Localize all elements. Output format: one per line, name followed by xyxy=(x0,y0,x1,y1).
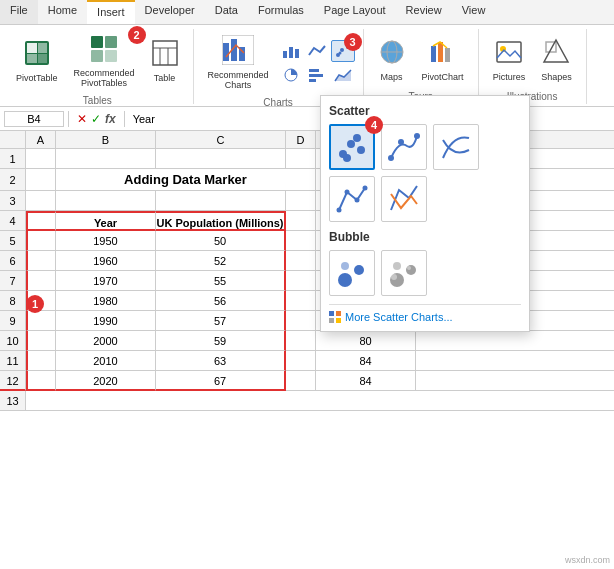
cell-a2[interactable] xyxy=(26,169,56,191)
cell-d11[interactable] xyxy=(286,351,316,371)
cell-d9[interactable] xyxy=(286,311,316,331)
scatter-option-straight-markers[interactable] xyxy=(329,176,375,222)
cell-e11[interactable]: 84 xyxy=(316,351,416,371)
row-13: 13 xyxy=(0,391,614,411)
cell-e10[interactable]: 80 xyxy=(316,331,416,351)
scatter-chart-button[interactable]: 3 xyxy=(331,40,355,62)
cell-b5[interactable]: 1950 xyxy=(56,231,156,251)
cell-a3[interactable] xyxy=(26,191,56,211)
cell-b9[interactable]: 1990 xyxy=(56,311,156,331)
cell-a12[interactable] xyxy=(26,371,56,391)
cell-a4[interactable] xyxy=(26,211,56,231)
cell-title[interactable]: Adding Data Marker xyxy=(56,169,316,191)
tab-view[interactable]: View xyxy=(452,0,496,24)
row-num-13: 13 xyxy=(0,391,26,411)
area-chart-icon xyxy=(334,67,352,83)
svg-rect-7 xyxy=(91,50,103,62)
cell-a11[interactable] xyxy=(26,351,56,371)
cell-b8[interactable]: 1980 xyxy=(56,291,156,311)
cell-c8[interactable]: 56 xyxy=(156,291,286,311)
cell-b7[interactable]: 1970 xyxy=(56,271,156,291)
cell-b6[interactable]: 1960 xyxy=(56,251,156,271)
svg-rect-27 xyxy=(309,79,316,82)
cell-d5[interactable] xyxy=(286,231,316,251)
maps-icon xyxy=(378,38,406,70)
cell-c12[interactable]: 67 xyxy=(156,371,286,391)
cell-a6[interactable] xyxy=(26,251,56,271)
bubble-option-3d[interactable] xyxy=(381,250,427,296)
pie-chart-button[interactable] xyxy=(279,64,303,86)
cell-d6[interactable] xyxy=(286,251,316,271)
cell-c3[interactable] xyxy=(156,191,286,211)
cell-d8[interactable] xyxy=(286,291,316,311)
cell-d3[interactable] xyxy=(286,191,316,211)
confirm-formula-icon[interactable]: ✓ xyxy=(91,112,101,126)
shapes-button[interactable]: Shapes xyxy=(535,34,578,87)
pictures-button[interactable]: Pictures xyxy=(487,34,532,87)
scatter-option-smooth-markers[interactable] xyxy=(381,124,427,170)
more-link-container: More Scatter Charts... xyxy=(329,304,521,323)
cell-b1[interactable] xyxy=(56,149,156,169)
cell-c9[interactable]: 57 xyxy=(156,311,286,331)
pivotchart-button[interactable]: PivotChart xyxy=(416,34,470,87)
maps-button[interactable]: Maps xyxy=(372,34,412,87)
tab-insert[interactable]: Insert xyxy=(87,0,135,24)
cell-a7[interactable] xyxy=(26,271,56,291)
cell-d4[interactable] xyxy=(286,211,316,231)
insert-function-icon[interactable]: fx xyxy=(105,112,116,126)
tab-developer[interactable]: Developer xyxy=(135,0,205,24)
tab-data[interactable]: Data xyxy=(205,0,248,24)
tab-review[interactable]: Review xyxy=(396,0,452,24)
cell-d10[interactable] xyxy=(286,331,316,351)
cell-b3[interactable] xyxy=(56,191,156,211)
more-scatter-charts-link[interactable]: More Scatter Charts... xyxy=(329,311,521,323)
scatter-option-smooth[interactable] xyxy=(433,124,479,170)
name-box[interactable] xyxy=(4,111,64,127)
bubble-option-flat[interactable] xyxy=(329,250,375,296)
svg-rect-35 xyxy=(497,42,521,62)
tab-pagelayout[interactable]: Page Layout xyxy=(314,0,396,24)
cell-c5[interactable]: 50 xyxy=(156,231,286,251)
scatter-option-filled[interactable]: 4 xyxy=(329,124,375,170)
cell-d7[interactable] xyxy=(286,271,316,291)
cell-e12[interactable]: 84 xyxy=(316,371,416,391)
ribbon-group-tables: PivotTable RecommendedPivotTables 2 Tabl… xyxy=(2,29,194,104)
badge-3: 3 xyxy=(344,33,362,51)
table-button[interactable]: Table xyxy=(145,35,185,88)
cell-c1[interactable] xyxy=(156,149,286,169)
cell-b11[interactable]: 2010 xyxy=(56,351,156,371)
cell-c11[interactable]: 63 xyxy=(156,351,286,371)
recommended-pivottables-button[interactable]: RecommendedPivotTables 2 xyxy=(68,31,141,93)
recommended-charts-button[interactable]: RecommendedCharts xyxy=(202,31,275,95)
cell-d1[interactable] xyxy=(286,149,316,169)
cell-c7[interactable]: 55 xyxy=(156,271,286,291)
cell-c6[interactable]: 52 xyxy=(156,251,286,271)
cell-b4-year[interactable]: Year xyxy=(56,211,156,231)
cell-a1[interactable] xyxy=(26,149,56,169)
cancel-formula-icon[interactable]: ✕ xyxy=(77,112,87,126)
area-chart-button[interactable] xyxy=(331,64,355,86)
cell-a10[interactable] xyxy=(26,331,56,351)
column-chart-button[interactable] xyxy=(279,40,303,62)
tab-home[interactable]: Home xyxy=(38,0,87,24)
line-chart-button[interactable] xyxy=(305,40,329,62)
bar-chart-button[interactable] xyxy=(305,64,329,86)
svg-rect-34 xyxy=(445,48,450,62)
svg-point-52 xyxy=(354,265,364,275)
cell-b12[interactable]: 2020 xyxy=(56,371,156,391)
pivot-table-button[interactable]: PivotTable xyxy=(10,35,64,88)
tab-formulas[interactable]: Formulas xyxy=(248,0,314,24)
cell-a9[interactable] xyxy=(26,311,56,331)
col-header-a: A xyxy=(26,131,56,149)
scatter-options-row: 4 xyxy=(329,124,521,170)
row-13-rest[interactable] xyxy=(26,391,614,411)
svg-rect-60 xyxy=(336,311,341,316)
scatter-smooth-markers-icon xyxy=(387,130,421,164)
tab-file[interactable]: File xyxy=(0,0,38,24)
scatter-option-straight[interactable] xyxy=(381,176,427,222)
cell-d12[interactable] xyxy=(286,371,316,391)
cell-b10[interactable]: 2000 xyxy=(56,331,156,351)
cell-a5[interactable] xyxy=(26,231,56,251)
cell-c10[interactable]: 59 xyxy=(156,331,286,351)
cell-c4-ukpop[interactable]: UK Population (Millions) xyxy=(156,211,286,231)
